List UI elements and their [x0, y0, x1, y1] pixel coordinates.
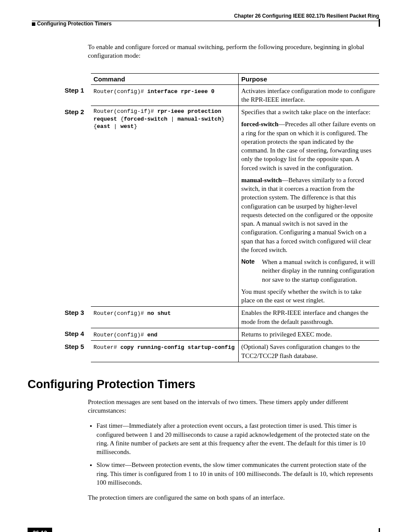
note-label: Note [241, 258, 262, 284]
command-text: Router# copy running-config startup-conf… [93, 344, 235, 351]
header-marker-icon [32, 22, 35, 26]
col-header-purpose: Purpose [239, 73, 380, 84]
step-label: Step 2 [62, 106, 91, 307]
header-chapter-label: Chapter 26 Configuring IEEE 802.17b Resi… [234, 13, 379, 19]
running-header: Configuring Protection Timers Chapter 26… [32, 13, 379, 19]
purpose-text: (Optional) Saves configuration changes t… [241, 342, 377, 360]
section-intro: Protection messages are sent based on th… [88, 398, 379, 415]
purpose-text: forced-switch—Precedes all other failure… [241, 120, 377, 172]
purpose-text: Returns to privileged EXEC mode. [241, 330, 377, 339]
command-text: Router(config-if)# rpr-ieee protection r… [93, 108, 236, 131]
step-label: Step 3 [62, 307, 91, 328]
purpose-text: manual-switch—Behaves similarly to a for… [241, 176, 377, 254]
purpose-text: Activates interface configuration mode t… [241, 87, 377, 104]
table-row: Step 5 Router# copy running-config start… [62, 341, 379, 362]
table-row: Step 4 Router(config)# end Returns to pr… [62, 328, 379, 341]
step-label: Step 4 [62, 328, 91, 341]
step-label: Step 5 [62, 341, 91, 362]
table-row: Step 1 Router(config)# interface rpr-iee… [62, 84, 379, 106]
page-number: 26-12 [28, 528, 52, 532]
step-label: Step 1 [62, 84, 91, 106]
purpose-text: Enables the RPR-IEEE interface and chang… [241, 308, 377, 326]
command-text: Router(config)# no shut [93, 310, 171, 317]
section-heading: Configuring Protection Timers [28, 378, 383, 391]
command-text: Router(config)# interface rpr-ieee 0 [93, 88, 215, 95]
note-block: Note When a manual switch is configured,… [241, 258, 377, 284]
list-item: Fast timer—Immediately after a protectio… [97, 421, 379, 456]
header-section-label: Configuring Protection Timers [37, 21, 112, 27]
col-header-command: Command [91, 73, 239, 84]
table-row: Step 2 Router(config-if)# rpr-ieee prote… [62, 106, 379, 307]
list-item: Slow timer—Between protection events, th… [97, 460, 379, 487]
intro-paragraph: To enable and configure forced or manual… [88, 43, 379, 60]
procedure-table: Command Purpose Step 1 Router(config)# i… [62, 73, 379, 362]
purpose-text: Specifies that a switch take place on th… [241, 108, 377, 116]
footer-end-marker-icon [379, 528, 380, 532]
command-text: Router(config)# end [93, 332, 157, 338]
purpose-text: You must specify whether the switch is t… [241, 287, 377, 305]
note-text: When a manual switch is configured, it w… [262, 258, 377, 284]
header-end-marker-icon [379, 19, 380, 27]
bullet-list: Fast timer—Immediately after a protectio… [88, 421, 379, 487]
section-outro: The protection timers are configured the… [88, 493, 379, 502]
table-row: Step 3 Router(config)# no shut Enables t… [62, 307, 379, 328]
